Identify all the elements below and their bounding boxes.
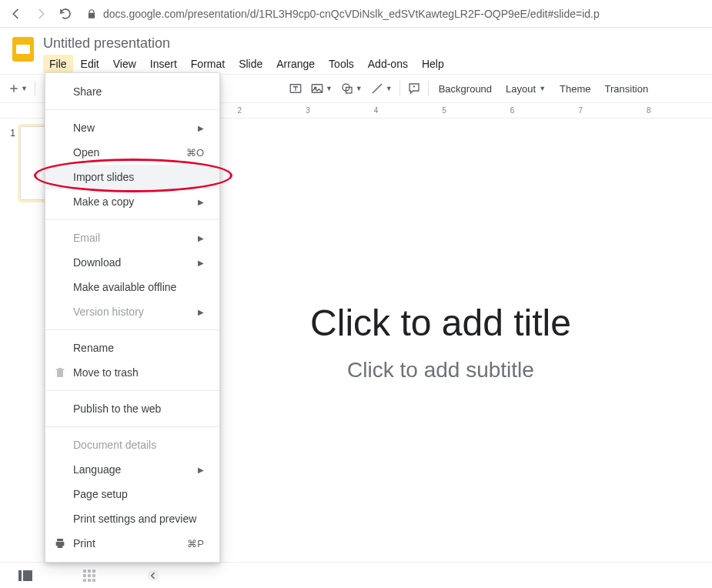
menu-print[interactable]: Print ⌘P [45,531,219,556]
comment-button[interactable] [403,78,425,99]
slides-logo-icon[interactable] [8,34,38,65]
background-button[interactable]: Background [432,78,499,99]
print-icon [53,536,67,550]
trash-icon [53,366,67,379]
toolbar-separator [35,81,35,96]
menu-view[interactable]: View [107,55,142,73]
menu-page-setup[interactable]: Page setup [45,482,219,506]
menu-print-preview[interactable]: Print settings and preview [45,506,219,531]
submenu-arrow-icon: ▶ [198,308,204,316]
svg-rect-1 [16,45,30,54]
menu-move-trash[interactable]: Move to trash [45,360,219,385]
title-placeholder[interactable]: Click to add title [310,302,571,344]
toolbar-separator [428,81,429,96]
line-button[interactable]: ▼ [366,78,396,99]
menu-label: Rename [73,342,114,354]
submenu-arrow-icon: ▶ [198,466,204,474]
svg-rect-7 [18,570,22,581]
browser-back-button[interactable] [8,5,25,22]
ruler-tick: 3 [306,106,310,115]
svg-rect-12 [83,574,86,577]
menu-tools[interactable]: Tools [323,55,360,73]
menu-label: Import slides [73,171,134,183]
menu-open[interactable]: Open ⌘O [45,140,219,165]
menu-label: Language [73,463,121,476]
menu-document-details: Document details [45,433,219,457]
new-slide-button[interactable]: ▼ [5,78,32,99]
svg-rect-8 [23,570,32,581]
chevron-down-icon: ▼ [356,85,363,92]
textbox-button[interactable] [285,78,306,99]
chevron-down-icon: ▼ [21,85,28,92]
menu-arrange[interactable]: Arrange [270,55,321,73]
menu-share[interactable]: Share [45,79,219,104]
menu-file[interactable]: File [43,55,73,73]
menu-help[interactable]: Help [416,55,450,73]
menu-label: Make available offline [73,281,176,293]
collapse-panel-button[interactable] [146,569,160,583]
layout-button[interactable]: Layout ▼ [499,78,553,99]
menu-publish-web[interactable]: Publish to the web [45,396,219,421]
menu-insert[interactable]: Insert [144,55,183,73]
menu-make-copy[interactable]: Make a copy ▶ [45,189,219,214]
menu-label: Print [73,537,95,550]
menu-separator [45,109,219,110]
transition-button[interactable]: Transition [598,78,656,99]
slide-canvas-area: Click to add title Click to add subtitle [169,119,712,562]
menu-rename[interactable]: Rename [45,336,219,360]
menu-label: Share [73,85,102,98]
bottom-bar-right [169,562,712,588]
grid-view-icon[interactable] [83,570,95,582]
menu-label: Move to trash [73,366,139,379]
chevron-down-icon: ▼ [539,85,546,92]
chevron-down-icon: ▼ [326,85,333,92]
menu-new[interactable]: New ▶ [45,115,219,140]
menu-separator [45,329,219,330]
menu-label: New [73,122,95,134]
toolbar-separator [399,81,400,96]
menu-label: Publish to the web [73,403,161,415]
browser-address-bar[interactable]: docs.google.com/presentation/d/1RL3H9cp0… [82,8,704,20]
ruler-tick: 4 [374,106,379,115]
menu-download[interactable]: Download ▶ [45,250,219,275]
menubar: File Edit View Insert Format Slide Arran… [43,55,450,73]
svg-rect-10 [88,570,91,573]
menu-shortcut: ⌘P [187,538,204,550]
ruler-tick: 5 [442,106,446,115]
lock-icon [86,8,97,19]
slide-canvas[interactable]: Click to add title Click to add subtitle [195,203,687,480]
ruler-tick: 8 [647,106,651,115]
menu-separator [45,390,219,391]
menu-label: Open [73,146,99,159]
menu-label: Document details [73,439,156,451]
slide-number: 1 [5,126,15,139]
svg-rect-16 [88,579,91,582]
menu-import-slides[interactable]: Import slides [45,165,219,189]
menu-slide[interactable]: Slide [232,55,269,73]
chevron-down-icon: ▼ [386,85,393,92]
filmstrip-view-icon[interactable] [18,570,32,581]
image-button[interactable]: ▼ [306,78,336,99]
svg-rect-17 [92,579,95,582]
submenu-arrow-icon: ▶ [198,124,204,132]
svg-rect-15 [83,579,86,582]
menu-separator [45,219,219,220]
subtitle-placeholder[interactable]: Click to add subtitle [347,358,534,383]
submenu-arrow-icon: ▶ [198,234,204,242]
document-title[interactable]: Untitled presentation [43,34,450,53]
menu-edit[interactable]: Edit [75,55,105,73]
theme-button[interactable]: Theme [553,78,597,99]
menu-language[interactable]: Language ▶ [45,457,219,482]
menu-make-offline[interactable]: Make available offline [45,275,219,299]
menu-addons[interactable]: Add-ons [362,55,414,73]
browser-reload-button[interactable] [57,5,74,22]
menu-format[interactable]: Format [185,55,231,73]
app-header: Untitled presentation File Edit View Ins… [0,28,712,74]
layout-label: Layout [506,83,536,95]
menu-version-history: Version history ▶ [45,299,219,324]
shape-button[interactable]: ▼ [336,78,366,99]
menu-label: Download [73,256,121,269]
browser-forward-button[interactable] [32,5,49,22]
menu-label: Version history [73,306,144,318]
svg-rect-13 [88,574,91,577]
